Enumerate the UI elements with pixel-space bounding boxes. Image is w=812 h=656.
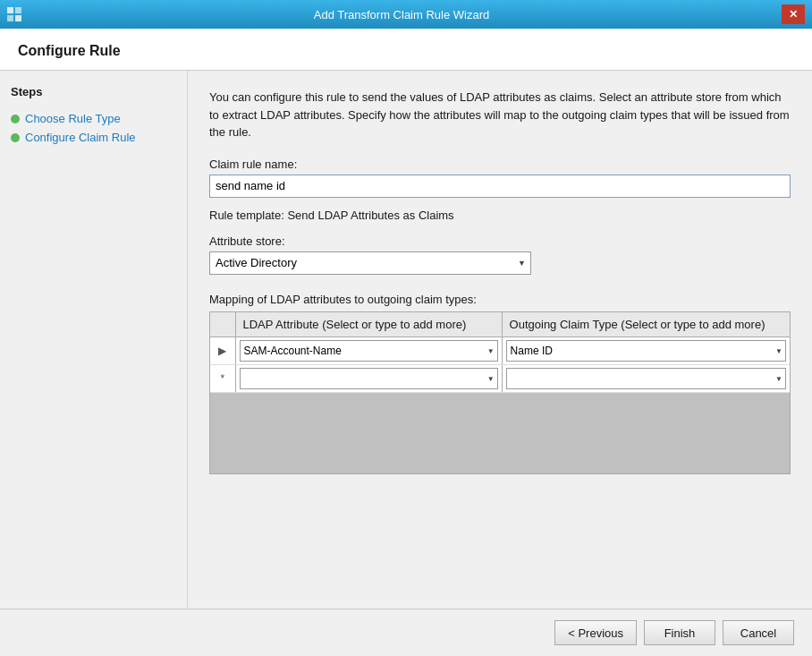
table-row: * [210,364,790,392]
ldap-select-wrapper-1: SAM-Account-Name [240,340,498,362]
row-indicator-2: * [210,364,235,392]
cancel-button[interactable]: Cancel [723,620,794,645]
footer: < Previous Finish Cancel [0,609,812,656]
gray-area [210,393,790,473]
table-header-row: LDAP Attribute (Select or type to add mo… [210,312,790,337]
title-bar: Add Transform Claim Rule Wizard ✕ [0,0,812,29]
outgoing-claim-select-1[interactable]: Name ID [506,340,786,362]
outgoing-select-wrapper-1: Name ID [506,340,786,362]
col-header-ldap: LDAP Attribute (Select or type to add mo… [235,312,502,337]
svg-rect-3 [15,15,21,21]
mapping-section: Mapping of LDAP attributes to outgoing c… [209,293,791,474]
outgoing-claim-select-2[interactable] [506,368,786,389]
col-header-indicator [210,312,235,337]
ldap-select-wrapper-2 [240,368,498,389]
row-indicator-1: ▶ [210,337,235,364]
svg-rect-0 [7,7,13,13]
mapping-table: LDAP Attribute (Select or type to add mo… [210,312,790,393]
sidebar-item-choose-rule-type[interactable]: Choose Rule Type [11,109,176,128]
outgoing-select-wrapper-2 [506,368,786,389]
sidebar-heading: Steps [11,85,176,98]
finish-button[interactable]: Finish [644,620,715,645]
previous-button[interactable]: < Previous [554,620,637,645]
main-area: Steps Choose Rule Type Configure Claim R… [0,71,812,609]
step-dot-1 [11,115,20,124]
sidebar-item-label-1: Choose Rule Type [25,112,121,125]
attribute-store-select-wrapper: Active Directory [209,251,531,275]
attribute-store-select[interactable]: Active Directory [209,251,531,275]
svg-rect-1 [15,7,21,13]
row-outgoing-1: Name ID [502,337,790,364]
attribute-store-label: Attribute store: [209,234,791,248]
window-content: Configure Rule Steps Choose Rule Type Co… [0,29,812,656]
ldap-attribute-select-2[interactable] [240,368,498,389]
claim-rule-name-group: Claim rule name: [209,158,791,198]
claim-rule-name-label: Claim rule name: [209,158,791,171]
col-header-outgoing: Outgoing Claim Type (Select or type to a… [502,312,790,337]
window-title: Add Transform Claim Rule Wizard [21,8,782,21]
step-dot-2 [11,133,20,142]
mapping-label: Mapping of LDAP attributes to outgoing c… [209,293,791,306]
sidebar: Steps Choose Rule Type Configure Claim R… [0,71,188,609]
table-row: ▶ SAM-Account-Name [210,337,790,364]
row-ldap-1: SAM-Account-Name [235,337,502,364]
mapping-table-container: LDAP Attribute (Select or type to add mo… [209,311,791,474]
svg-rect-2 [7,15,13,21]
row-outgoing-2 [502,364,790,392]
sidebar-item-label-2: Configure Claim Rule [25,131,136,144]
rule-template-text: Rule template: Send LDAP Attributes as C… [209,209,791,222]
page-title: Configure Rule [18,43,794,59]
attribute-store-group: Attribute store: Active Directory [209,234,791,275]
sidebar-item-configure-claim-rule[interactable]: Configure Claim Rule [11,128,176,147]
description-text: You can configure this rule to send the … [209,89,791,141]
content-area: You can configure this rule to send the … [188,71,812,609]
window-header: Configure Rule [0,29,812,71]
claim-rule-name-input[interactable] [209,175,791,198]
ldap-attribute-select-1[interactable]: SAM-Account-Name [240,340,498,362]
app-icon [7,7,21,21]
close-button[interactable]: ✕ [782,4,805,24]
row-ldap-2 [235,364,502,392]
